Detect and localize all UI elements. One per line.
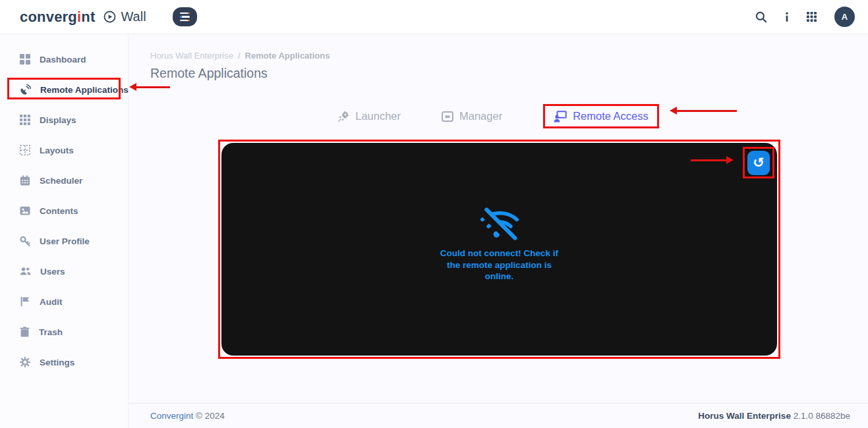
sidebar-item-contents[interactable]: Contents	[0, 196, 128, 226]
wifi-off-icon	[480, 205, 519, 242]
page-title: Remote Applications	[150, 66, 268, 81]
breadcrumb-current: Remote Applications	[245, 51, 330, 61]
breadcrumb-separator: /	[238, 51, 241, 61]
footer-copyright-year: © 2024	[196, 411, 225, 421]
avatar-initial: A	[842, 12, 848, 22]
info-icon[interactable]	[785, 12, 789, 22]
tab-bar: Launcher Manager Remote Access	[129, 104, 868, 128]
breadcrumb: Horus Wall Enterprise/Remote Application…	[150, 51, 330, 61]
footer-brand-link[interactable]: Convergint	[150, 411, 193, 421]
apps-grid-icon[interactable]	[807, 12, 817, 22]
manager-window-icon	[442, 111, 453, 122]
top-header: convergint Wall A	[0, 0, 868, 34]
displays-grid-icon	[20, 115, 30, 125]
reload-button[interactable]: ↺	[747, 151, 770, 175]
footer-copyright: Convergint © 2024	[150, 411, 225, 421]
main-content: Horus Wall Enterprise/Remote Application…	[129, 34, 868, 428]
remote-access-icon	[554, 111, 567, 122]
sidebar-item-label: Remote Applications	[40, 85, 129, 95]
layouts-icon	[20, 145, 30, 155]
sidebar-item-scheduler[interactable]: Scheduler	[0, 165, 128, 196]
users-icon	[20, 266, 31, 277]
sidebar-nav: Dashboard Remote Applications Displays L…	[0, 34, 129, 428]
remote-screen-panel[interactable]: Could not connect! Check if the remote a…	[221, 143, 777, 356]
calendar-icon	[20, 175, 30, 186]
dashboard-icon	[20, 54, 30, 65]
gear-icon	[20, 357, 30, 367]
annotation-box-remote-panel: Could not connect! Check if the remote a…	[218, 140, 780, 359]
satellite-dish-icon	[20, 84, 31, 95]
sidebar-item-users[interactable]: Users	[0, 256, 128, 286]
user-avatar[interactable]: A	[834, 7, 855, 27]
tab-label: Remote Access	[573, 110, 649, 122]
logo-text: converg	[20, 9, 77, 25]
tab-label: Launcher	[355, 110, 401, 122]
tab-manager[interactable]: Manager	[442, 110, 502, 122]
sidebar-item-remote-applications[interactable]: Remote Applications	[0, 74, 128, 105]
annotation-box-reload-button: ↺	[743, 147, 774, 178]
trash-icon	[20, 327, 30, 337]
sidebar-item-label: Layouts	[40, 146, 74, 155]
sidebar-item-label: Trash	[39, 327, 63, 337]
sidebar-item-label: Scheduler	[40, 176, 82, 186]
tab-label: Manager	[459, 110, 502, 122]
sidebar-item-label: Contents	[40, 206, 78, 216]
search-icon[interactable]	[755, 11, 767, 23]
annotation-arrow-sidebar	[136, 86, 170, 88]
sidebar-item-dashboard[interactable]: Dashboard	[0, 44, 128, 74]
sidebar-item-trash[interactable]: Trash	[0, 317, 128, 347]
connection-error-message: Could not connect! Check if the remote a…	[435, 248, 564, 282]
rocket-icon	[337, 111, 349, 122]
annotation-arrow-tab	[676, 110, 737, 112]
reload-icon: ↺	[753, 156, 765, 170]
sidebar-item-label: Audit	[40, 297, 63, 307]
sidebar-item-label: Settings	[40, 358, 74, 367]
footer-version-number: 2.1.0 86882be	[794, 411, 850, 421]
play-circle-icon	[103, 11, 116, 23]
hamburger-icon	[180, 13, 190, 14]
footer: Convergint © 2024 Horus Wall Enterprise …	[129, 403, 868, 428]
key-icon	[20, 236, 30, 246]
sidebar-item-label: User Profile	[40, 236, 90, 246]
sidebar-item-label: Users	[40, 267, 65, 277]
footer-version-info: Horus Wall Enterprise 2.1.0 86882be	[698, 411, 850, 421]
footer-product-name: Horus Wall Enterprise	[698, 411, 791, 421]
sidebar-toggle-button[interactable]	[173, 7, 197, 26]
tab-remote-access[interactable]: Remote Access	[554, 110, 649, 122]
sidebar-item-layouts[interactable]: Layouts	[0, 135, 128, 165]
annotation-box-remote-access-tab: Remote Access	[543, 104, 659, 128]
convergint-logo: convergint	[20, 9, 95, 26]
logo-text-end: nt	[81, 9, 95, 25]
sidebar-item-audit[interactable]: Audit	[0, 286, 128, 317]
sidebar-item-user-profile[interactable]: User Profile	[0, 226, 128, 256]
annotation-arrow-reload	[691, 159, 727, 161]
contents-image-icon	[20, 205, 30, 216]
breadcrumb-root[interactable]: Horus Wall Enterprise	[150, 51, 233, 61]
sidebar-item-label: Displays	[40, 115, 76, 125]
product-title: Wall	[103, 9, 146, 24]
sidebar-item-settings[interactable]: Settings	[0, 347, 128, 377]
product-name: Wall	[121, 9, 146, 24]
sidebar-item-label: Dashboard	[40, 55, 86, 65]
flag-icon	[20, 296, 30, 307]
sidebar-item-displays[interactable]: Displays	[0, 105, 128, 135]
tab-launcher[interactable]: Launcher	[337, 110, 401, 122]
